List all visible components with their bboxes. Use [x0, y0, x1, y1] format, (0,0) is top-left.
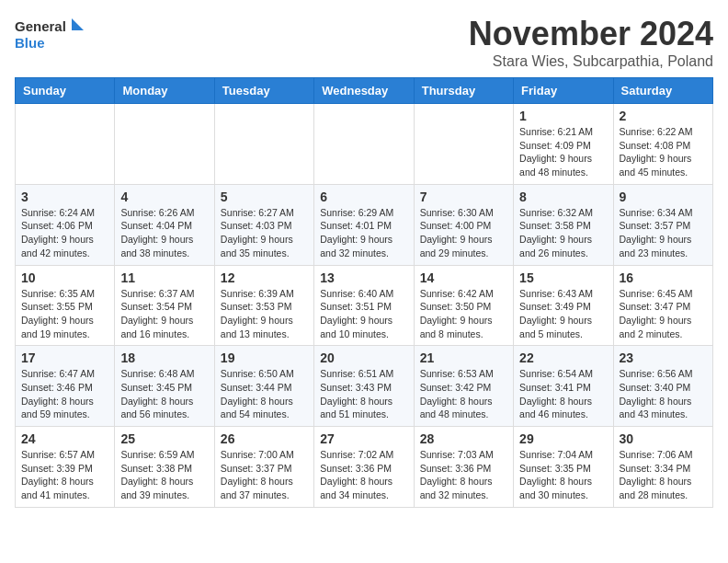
- logo-icon: GeneralBlue: [15, 15, 88, 55]
- weekday-header-tuesday: Tuesday: [214, 78, 313, 104]
- day-detail: Sunrise: 6:21 AM Sunset: 4:09 PM Dayligh…: [519, 125, 607, 179]
- calendar-week-row: 10Sunrise: 6:35 AM Sunset: 3:55 PM Dayli…: [16, 265, 713, 346]
- svg-text:General: General: [15, 18, 66, 34]
- day-number: 17: [21, 350, 108, 365]
- day-detail: Sunrise: 6:54 AM Sunset: 3:41 PM Dayligh…: [519, 367, 607, 421]
- calendar-cell: 13Sunrise: 6:40 AM Sunset: 3:51 PM Dayli…: [314, 265, 414, 346]
- calendar-week-row: 17Sunrise: 6:47 AM Sunset: 3:46 PM Dayli…: [16, 346, 713, 427]
- weekday-header-saturday: Saturday: [613, 78, 712, 104]
- calendar-cell: 27Sunrise: 7:02 AM Sunset: 3:36 PM Dayli…: [314, 427, 414, 508]
- calendar-cell: 7Sunrise: 6:30 AM Sunset: 4:00 PM Daylig…: [414, 184, 513, 265]
- day-detail: Sunrise: 6:56 AM Sunset: 3:40 PM Dayligh…: [620, 367, 707, 421]
- calendar-cell: 17Sunrise: 6:47 AM Sunset: 3:46 PM Dayli…: [16, 346, 115, 427]
- day-number: 12: [221, 270, 308, 285]
- calendar-cell: [16, 104, 115, 185]
- day-detail: Sunrise: 6:57 AM Sunset: 3:39 PM Dayligh…: [21, 448, 108, 502]
- day-number: 20: [320, 350, 407, 365]
- day-number: 19: [221, 350, 308, 365]
- day-number: 24: [21, 431, 108, 446]
- day-detail: Sunrise: 6:43 AM Sunset: 3:49 PM Dayligh…: [519, 287, 607, 341]
- day-number: 6: [320, 190, 407, 204]
- day-detail: Sunrise: 6:40 AM Sunset: 3:51 PM Dayligh…: [320, 287, 407, 341]
- day-detail: Sunrise: 6:47 AM Sunset: 3:46 PM Dayligh…: [21, 367, 108, 421]
- calendar-cell: [414, 104, 513, 185]
- day-number: 13: [320, 270, 407, 285]
- calendar-cell: 10Sunrise: 6:35 AM Sunset: 3:55 PM Dayli…: [16, 265, 115, 346]
- day-number: 30: [620, 431, 707, 446]
- day-number: 23: [620, 350, 707, 365]
- calendar-cell: 1Sunrise: 6:21 AM Sunset: 4:09 PM Daylig…: [514, 104, 613, 185]
- calendar-cell: 11Sunrise: 6:37 AM Sunset: 3:54 PM Dayli…: [115, 265, 214, 346]
- location-title: Stara Wies, Subcarpathia, Poland: [469, 53, 713, 70]
- calendar-cell: 14Sunrise: 6:42 AM Sunset: 3:50 PM Dayli…: [414, 265, 513, 346]
- day-number: 29: [519, 431, 607, 446]
- title-section: November 2024 Stara Wies, Subcarpathia, …: [469, 15, 713, 70]
- svg-marker-1: [72, 18, 84, 30]
- calendar-cell: 12Sunrise: 6:39 AM Sunset: 3:53 PM Dayli…: [214, 265, 313, 346]
- calendar-cell: 19Sunrise: 6:50 AM Sunset: 3:44 PM Dayli…: [214, 346, 313, 427]
- weekday-header-monday: Monday: [115, 78, 214, 104]
- weekday-header-sunday: Sunday: [16, 78, 115, 104]
- day-number: 9: [620, 190, 707, 204]
- calendar-cell: 5Sunrise: 6:27 AM Sunset: 4:03 PM Daylig…: [214, 184, 313, 265]
- day-number: 21: [420, 350, 507, 365]
- day-detail: Sunrise: 6:42 AM Sunset: 3:50 PM Dayligh…: [420, 287, 507, 341]
- day-number: 14: [420, 270, 507, 285]
- calendar-cell: 8Sunrise: 6:32 AM Sunset: 3:58 PM Daylig…: [514, 184, 613, 265]
- calendar-cell: 24Sunrise: 6:57 AM Sunset: 3:39 PM Dayli…: [16, 427, 115, 508]
- calendar-table: SundayMondayTuesdayWednesdayThursdayFrid…: [15, 77, 713, 508]
- day-number: 2: [620, 109, 707, 123]
- calendar-cell: 21Sunrise: 6:53 AM Sunset: 3:42 PM Dayli…: [414, 346, 513, 427]
- day-detail: Sunrise: 7:03 AM Sunset: 3:36 PM Dayligh…: [420, 448, 507, 502]
- calendar-cell: 2Sunrise: 6:22 AM Sunset: 4:08 PM Daylig…: [613, 104, 712, 185]
- calendar-cell: 3Sunrise: 6:24 AM Sunset: 4:06 PM Daylig…: [16, 184, 115, 265]
- day-detail: Sunrise: 6:30 AM Sunset: 4:00 PM Dayligh…: [420, 206, 507, 260]
- day-number: 4: [120, 190, 208, 204]
- day-number: 27: [320, 431, 407, 446]
- day-detail: Sunrise: 6:34 AM Sunset: 3:57 PM Dayligh…: [620, 206, 707, 260]
- day-detail: Sunrise: 6:39 AM Sunset: 3:53 PM Dayligh…: [221, 287, 308, 341]
- day-number: 25: [120, 431, 208, 446]
- day-detail: Sunrise: 6:22 AM Sunset: 4:08 PM Dayligh…: [620, 125, 707, 179]
- calendar-cell: 4Sunrise: 6:26 AM Sunset: 4:04 PM Daylig…: [115, 184, 214, 265]
- calendar-cell: [115, 104, 214, 185]
- day-number: 8: [519, 190, 607, 204]
- day-detail: Sunrise: 6:29 AM Sunset: 4:01 PM Dayligh…: [320, 206, 407, 260]
- day-detail: Sunrise: 6:37 AM Sunset: 3:54 PM Dayligh…: [120, 287, 208, 341]
- day-detail: Sunrise: 7:02 AM Sunset: 3:36 PM Dayligh…: [320, 448, 407, 502]
- calendar-cell: 15Sunrise: 6:43 AM Sunset: 3:49 PM Dayli…: [514, 265, 613, 346]
- logo: GeneralBlue: [15, 15, 88, 55]
- calendar-cell: 29Sunrise: 7:04 AM Sunset: 3:35 PM Dayli…: [514, 427, 613, 508]
- calendar-cell: 16Sunrise: 6:45 AM Sunset: 3:47 PM Dayli…: [613, 265, 712, 346]
- day-detail: Sunrise: 6:59 AM Sunset: 3:38 PM Dayligh…: [120, 448, 208, 502]
- day-number: 28: [420, 431, 507, 446]
- day-number: 26: [221, 431, 308, 446]
- day-detail: Sunrise: 6:26 AM Sunset: 4:04 PM Dayligh…: [120, 206, 208, 260]
- calendar-cell: 6Sunrise: 6:29 AM Sunset: 4:01 PM Daylig…: [314, 184, 414, 265]
- day-detail: Sunrise: 6:45 AM Sunset: 3:47 PM Dayligh…: [620, 287, 707, 341]
- day-detail: Sunrise: 6:24 AM Sunset: 4:06 PM Dayligh…: [21, 206, 108, 260]
- day-detail: Sunrise: 6:53 AM Sunset: 3:42 PM Dayligh…: [420, 367, 507, 421]
- day-number: 5: [221, 190, 308, 204]
- day-number: 22: [519, 350, 607, 365]
- day-number: 11: [120, 270, 208, 285]
- calendar-week-row: 1Sunrise: 6:21 AM Sunset: 4:09 PM Daylig…: [16, 104, 713, 185]
- calendar-cell: [214, 104, 313, 185]
- day-detail: Sunrise: 7:04 AM Sunset: 3:35 PM Dayligh…: [519, 448, 607, 502]
- calendar-cell: 23Sunrise: 6:56 AM Sunset: 3:40 PM Dayli…: [613, 346, 712, 427]
- day-number: 7: [420, 190, 507, 204]
- calendar-week-row: 24Sunrise: 6:57 AM Sunset: 3:39 PM Dayli…: [16, 427, 713, 508]
- day-detail: Sunrise: 6:32 AM Sunset: 3:58 PM Dayligh…: [519, 206, 607, 260]
- calendar-cell: 25Sunrise: 6:59 AM Sunset: 3:38 PM Dayli…: [115, 427, 214, 508]
- day-detail: Sunrise: 6:35 AM Sunset: 3:55 PM Dayligh…: [21, 287, 108, 341]
- calendar-cell: 26Sunrise: 7:00 AM Sunset: 3:37 PM Dayli…: [214, 427, 313, 508]
- svg-text:Blue: Blue: [15, 35, 45, 51]
- weekday-header-friday: Friday: [514, 78, 613, 104]
- day-detail: Sunrise: 7:06 AM Sunset: 3:34 PM Dayligh…: [620, 448, 707, 502]
- day-detail: Sunrise: 6:51 AM Sunset: 3:43 PM Dayligh…: [320, 367, 407, 421]
- calendar-cell: 30Sunrise: 7:06 AM Sunset: 3:34 PM Dayli…: [613, 427, 712, 508]
- day-detail: Sunrise: 6:48 AM Sunset: 3:45 PM Dayligh…: [120, 367, 208, 421]
- calendar-cell: 9Sunrise: 6:34 AM Sunset: 3:57 PM Daylig…: [613, 184, 712, 265]
- calendar-week-row: 3Sunrise: 6:24 AM Sunset: 4:06 PM Daylig…: [16, 184, 713, 265]
- day-number: 10: [21, 270, 108, 285]
